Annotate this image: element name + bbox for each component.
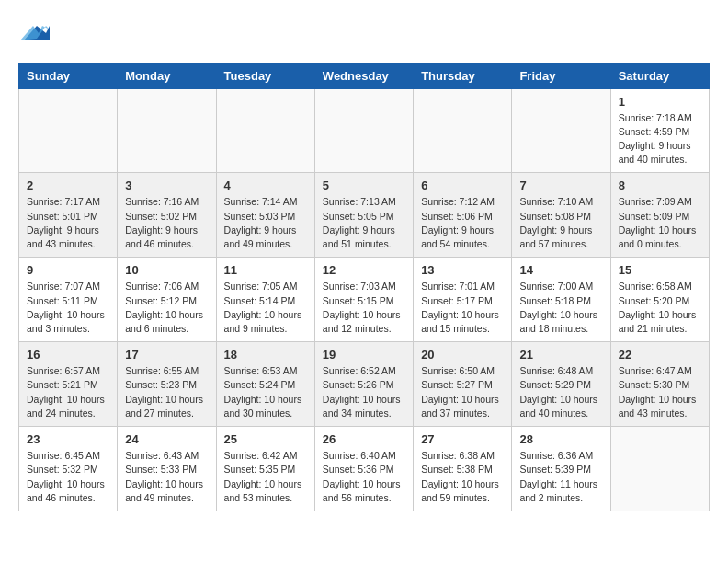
day-number: 20 [421, 348, 504, 362]
calendar-day-cell: 15Sunrise: 6:58 AMSunset: 5:20 PMDayligh… [610, 258, 709, 342]
day-number: 11 [224, 263, 307, 277]
day-info: Sunrise: 7:05 AMSunset: 5:14 PMDaylight:… [224, 280, 307, 336]
calendar-day-cell: 3Sunrise: 7:16 AMSunset: 5:02 PMDaylight… [118, 173, 216, 258]
day-info: Sunrise: 6:48 AMSunset: 5:29 PMDaylight:… [519, 364, 602, 420]
calendar-day-cell: 19Sunrise: 6:52 AMSunset: 5:26 PMDayligh… [314, 342, 413, 427]
day-info: Sunrise: 7:17 AMSunset: 5:01 PMDaylight:… [27, 195, 109, 251]
day-info: Sunrise: 6:38 AMSunset: 5:38 PMDaylight:… [421, 449, 504, 505]
weekday-header-tuesday: Tuesday [216, 63, 314, 88]
day-info: Sunrise: 7:16 AMSunset: 5:02 PMDaylight:… [125, 195, 208, 251]
calendar-day-cell: 2Sunrise: 7:17 AMSunset: 5:01 PMDaylight… [19, 173, 118, 258]
calendar-day-cell: 22Sunrise: 6:47 AMSunset: 5:30 PMDayligh… [610, 342, 709, 427]
calendar-day-cell: 1Sunrise: 7:18 AMSunset: 4:59 PMDaylight… [610, 88, 709, 173]
calendar-day-cell: 7Sunrise: 7:10 AMSunset: 5:08 PMDaylight… [512, 173, 610, 258]
calendar-day-cell: 13Sunrise: 7:01 AMSunset: 5:17 PMDayligh… [414, 258, 512, 342]
day-info: Sunrise: 7:01 AMSunset: 5:17 PMDaylight:… [421, 280, 504, 336]
calendar-day-cell: 26Sunrise: 6:40 AMSunset: 5:36 PMDayligh… [314, 427, 413, 511]
calendar-day-cell [19, 88, 118, 173]
calendar-day-cell: 11Sunrise: 7:05 AMSunset: 5:14 PMDayligh… [216, 258, 314, 342]
day-info: Sunrise: 7:14 AMSunset: 5:03 PMDaylight:… [224, 195, 307, 251]
calendar-day-cell: 18Sunrise: 6:53 AMSunset: 5:24 PMDayligh… [216, 342, 314, 427]
day-info: Sunrise: 6:45 AMSunset: 5:32 PMDaylight:… [27, 449, 109, 505]
calendar-day-cell: 8Sunrise: 7:09 AMSunset: 5:09 PMDaylight… [610, 173, 709, 258]
day-number: 16 [27, 348, 109, 362]
day-number: 21 [519, 348, 602, 362]
day-number: 15 [619, 263, 701, 277]
day-number: 27 [421, 432, 504, 446]
day-number: 14 [519, 263, 602, 277]
day-number: 4 [224, 178, 307, 192]
day-number: 3 [125, 178, 208, 192]
day-number: 2 [27, 178, 109, 192]
day-info: Sunrise: 6:52 AMSunset: 5:26 PMDaylight:… [323, 364, 405, 420]
calendar-day-cell: 16Sunrise: 6:57 AMSunset: 5:21 PMDayligh… [19, 342, 118, 427]
day-info: Sunrise: 6:42 AMSunset: 5:35 PMDaylight:… [224, 449, 307, 505]
weekday-header-thursday: Thursday [414, 63, 512, 88]
weekday-header-friday: Friday [512, 63, 610, 88]
calendar-day-cell: 28Sunrise: 6:36 AMSunset: 5:39 PMDayligh… [512, 427, 610, 511]
calendar-day-cell [414, 88, 512, 173]
logo [18, 18, 50, 53]
day-info: Sunrise: 7:13 AMSunset: 5:05 PMDaylight:… [323, 195, 405, 251]
day-info: Sunrise: 7:07 AMSunset: 5:11 PMDaylight:… [27, 280, 109, 336]
day-number: 18 [224, 348, 307, 362]
calendar-day-cell: 24Sunrise: 6:43 AMSunset: 5:33 PMDayligh… [118, 427, 216, 511]
day-info: Sunrise: 7:12 AMSunset: 5:06 PMDaylight:… [421, 195, 504, 251]
calendar-day-cell: 9Sunrise: 7:07 AMSunset: 5:11 PMDaylight… [19, 258, 118, 342]
day-number: 1 [619, 95, 701, 109]
day-info: Sunrise: 6:58 AMSunset: 5:20 PMDaylight:… [619, 280, 701, 336]
calendar-day-cell: 12Sunrise: 7:03 AMSunset: 5:15 PMDayligh… [314, 258, 413, 342]
day-number: 9 [27, 263, 109, 277]
day-info: Sunrise: 7:10 AMSunset: 5:08 PMDaylight:… [519, 195, 602, 251]
day-info: Sunrise: 6:36 AMSunset: 5:39 PMDaylight:… [519, 449, 602, 505]
calendar-day-cell [118, 88, 216, 173]
day-number: 8 [619, 178, 701, 192]
weekday-header-monday: Monday [118, 63, 216, 88]
calendar-day-cell [216, 88, 314, 173]
day-number: 7 [519, 178, 602, 192]
calendar-header-row: SundayMondayTuesdayWednesdayThursdayFrid… [19, 63, 710, 88]
calendar-day-cell [610, 427, 709, 511]
day-info: Sunrise: 7:09 AMSunset: 5:09 PMDaylight:… [619, 195, 701, 251]
calendar-day-cell: 4Sunrise: 7:14 AMSunset: 5:03 PMDaylight… [216, 173, 314, 258]
calendar-day-cell: 27Sunrise: 6:38 AMSunset: 5:38 PMDayligh… [414, 427, 512, 511]
day-info: Sunrise: 7:00 AMSunset: 5:18 PMDaylight:… [519, 280, 602, 336]
calendar-day-cell: 23Sunrise: 6:45 AMSunset: 5:32 PMDayligh… [19, 427, 118, 511]
calendar-week-row: 23Sunrise: 6:45 AMSunset: 5:32 PMDayligh… [19, 427, 710, 511]
day-info: Sunrise: 6:50 AMSunset: 5:27 PMDaylight:… [421, 364, 504, 420]
calendar-table: SundayMondayTuesdayWednesdayThursdayFrid… [18, 63, 710, 511]
day-info: Sunrise: 6:40 AMSunset: 5:36 PMDaylight:… [323, 449, 405, 505]
day-info: Sunrise: 7:06 AMSunset: 5:12 PMDaylight:… [125, 280, 208, 336]
day-number: 26 [323, 432, 405, 446]
day-number: 19 [323, 348, 405, 362]
calendar-day-cell: 14Sunrise: 7:00 AMSunset: 5:18 PMDayligh… [512, 258, 610, 342]
page-header [18, 18, 710, 53]
day-number: 28 [519, 432, 602, 446]
day-info: Sunrise: 6:47 AMSunset: 5:30 PMDaylight:… [619, 364, 701, 420]
calendar-day-cell: 21Sunrise: 6:48 AMSunset: 5:29 PMDayligh… [512, 342, 610, 427]
day-info: Sunrise: 6:55 AMSunset: 5:23 PMDaylight:… [125, 364, 208, 420]
calendar-day-cell: 17Sunrise: 6:55 AMSunset: 5:23 PMDayligh… [118, 342, 216, 427]
day-number: 17 [125, 348, 208, 362]
day-number: 24 [125, 432, 208, 446]
weekday-header-wednesday: Wednesday [314, 63, 413, 88]
calendar-week-row: 1Sunrise: 7:18 AMSunset: 4:59 PMDaylight… [19, 88, 710, 173]
calendar-week-row: 9Sunrise: 7:07 AMSunset: 5:11 PMDaylight… [19, 258, 710, 342]
day-number: 25 [224, 432, 307, 446]
calendar-day-cell [512, 88, 610, 173]
day-number: 10 [125, 263, 208, 277]
day-info: Sunrise: 7:03 AMSunset: 5:15 PMDaylight:… [323, 280, 405, 336]
weekday-header-sunday: Sunday [19, 63, 118, 88]
day-number: 12 [323, 263, 405, 277]
calendar-week-row: 16Sunrise: 6:57 AMSunset: 5:21 PMDayligh… [19, 342, 710, 427]
calendar-day-cell: 20Sunrise: 6:50 AMSunset: 5:27 PMDayligh… [414, 342, 512, 427]
day-number: 22 [619, 348, 701, 362]
calendar-day-cell: 25Sunrise: 6:42 AMSunset: 5:35 PMDayligh… [216, 427, 314, 511]
logo-icon [20, 18, 50, 48]
day-number: 13 [421, 263, 504, 277]
day-number: 23 [27, 432, 109, 446]
day-number: 5 [323, 178, 405, 192]
calendar-day-cell: 5Sunrise: 7:13 AMSunset: 5:05 PMDaylight… [314, 173, 413, 258]
day-info: Sunrise: 6:57 AMSunset: 5:21 PMDaylight:… [27, 364, 109, 420]
day-info: Sunrise: 6:43 AMSunset: 5:33 PMDaylight:… [125, 449, 208, 505]
